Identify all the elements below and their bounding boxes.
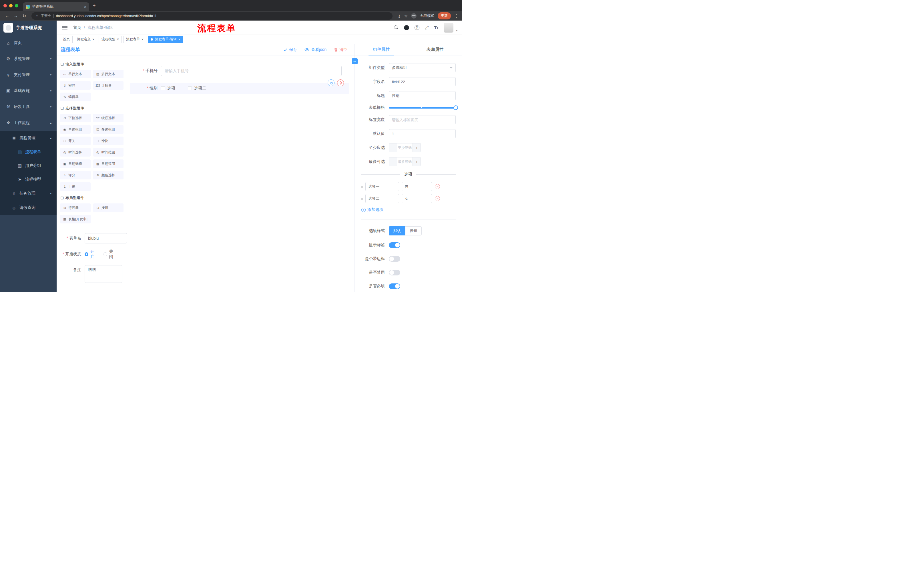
option-2-label-input[interactable] (365, 194, 399, 203)
palette-item-checkbox-group[interactable]: ☑多选框组 (93, 125, 124, 134)
github-icon[interactable] (404, 25, 409, 30)
reload-icon[interactable]: ↻ (21, 14, 28, 18)
fullscreen-icon[interactable]: ⤢ (425, 25, 429, 30)
gender-option-1-checkbox[interactable]: 选项一 (161, 86, 179, 91)
grid-slider[interactable] (389, 105, 456, 110)
form-remark-textarea[interactable]: 嘿嘿 (85, 265, 122, 283)
palette-item-date-picker[interactable]: ▣日期选择 (60, 160, 91, 168)
option-2-value-input[interactable] (402, 194, 432, 203)
sidebar-item-system[interactable]: ⚙ 系统管理 ▾ (0, 51, 57, 67)
maximize-window-button[interactable] (15, 4, 18, 7)
palette-item-table[interactable]: ▦表格[开发中] (60, 215, 91, 224)
security-warning-icon[interactable]: ⚠ (35, 14, 39, 18)
palette-item-time-range[interactable]: ◴时间范围 (93, 148, 124, 156)
phone-input[interactable] (161, 66, 342, 76)
sidebar-item-workflow[interactable]: ❖ 工作流程 ▴ (0, 115, 57, 131)
forward-icon[interactable]: → (12, 14, 20, 18)
max-select-value[interactable]: 最多可选 (397, 158, 412, 166)
field-name-input[interactable] (389, 77, 456, 86)
palette-item-single-text[interactable]: ▭单行文本 (60, 70, 91, 78)
style-default-button[interactable]: 默认 (389, 226, 405, 235)
gender-option-2-checkbox[interactable]: 选项二 (188, 86, 206, 91)
remove-option-button[interactable]: − (435, 184, 440, 189)
address-bar[interactable]: ⚠ 不安全 dashboard.yudao.iocoder.cn/bpm/man… (31, 12, 393, 20)
sidebar-item-process-model[interactable]: ➤ 流程模型 (0, 173, 57, 186)
default-value-input[interactable] (389, 129, 456, 138)
browser-tab[interactable]: 芋道管理系统 × (23, 2, 89, 11)
sidebar-item-home[interactable]: ⌂ 首页 (0, 35, 57, 51)
option-1-label-input[interactable] (365, 182, 399, 191)
canvas-field-phone[interactable]: 手机号 (130, 63, 349, 79)
delete-field-button[interactable] (337, 79, 344, 86)
increment-button[interactable]: + (412, 143, 421, 152)
palette-item-cascader[interactable]: ⌥级联选择 (93, 114, 124, 122)
palette-item-counter[interactable]: 123计数器 (93, 81, 124, 90)
tab-component-props[interactable]: 组件属性 (355, 44, 408, 55)
minimize-window-button[interactable] (9, 4, 13, 7)
copy-field-button[interactable] (328, 79, 335, 86)
canvas-field-gender[interactable]: 性别 选项一 选项二 (130, 83, 349, 94)
label-width-input[interactable] (389, 115, 456, 124)
slider-handle[interactable] (454, 105, 458, 110)
drag-handle-icon[interactable]: ≡ (361, 196, 363, 201)
browser-menu-icon[interactable]: ⋮ (454, 13, 459, 18)
new-tab-button[interactable]: + (92, 3, 96, 8)
palette-item-date-range[interactable]: ▩日期范围 (93, 160, 124, 168)
tag-home[interactable]: 首页 (60, 36, 73, 43)
required-switch[interactable] (389, 283, 400, 289)
close-icon[interactable]: × (92, 38, 94, 41)
palette-item-color-picker[interactable]: ⊛颜色选择 (93, 171, 124, 179)
user-avatar[interactable] (444, 23, 454, 33)
browser-update-button[interactable]: 更新 (438, 12, 451, 20)
palette-item-editor[interactable]: ✎编辑器 (60, 92, 91, 101)
remove-option-button[interactable]: − (435, 196, 440, 201)
sidebar-item-leave-query[interactable]: ☺ 请假查询 (0, 201, 57, 215)
breadcrumb-home[interactable]: 首页 (73, 25, 81, 30)
back-icon[interactable]: ← (3, 14, 11, 18)
palette-item-textarea[interactable]: ▤多行文本 (93, 70, 124, 78)
palette-item-row-container[interactable]: ⊞行容器 (60, 204, 91, 212)
password-key-icon[interactable]: ⚷ (398, 14, 401, 18)
sidebar-item-devtools[interactable]: ⚒ 研发工具 ▾ (0, 99, 57, 115)
sidebar-collapse-icon[interactable] (62, 28, 68, 28)
sidebar-item-task-manage[interactable]: ⋔ 任务管理 ▾ (0, 186, 57, 201)
palette-item-rate[interactable]: ☆评分 (60, 171, 91, 179)
palette-item-time-picker[interactable]: ◷时间选择 (60, 148, 91, 156)
sidebar-item-process-form[interactable]: ▤ 流程表单 (0, 145, 57, 159)
decrement-button[interactable]: − (389, 158, 397, 166)
palette-item-radio-group[interactable]: ◉单选框组 (60, 125, 91, 134)
show-label-switch[interactable] (389, 242, 400, 248)
tag-process-definition[interactable]: 流程定义 × (74, 36, 97, 43)
palette-item-slider[interactable]: ⊸滑块 (93, 137, 124, 145)
title-input[interactable] (389, 91, 456, 100)
component-type-select[interactable]: 多选框组 (389, 63, 456, 72)
palette-item-upload[interactable]: ↥上传 (60, 182, 91, 191)
palette-item-select[interactable]: ⊙下拉选择 (60, 114, 91, 122)
sidebar-item-payment[interactable]: ¥ 支付管理 ▾ (0, 67, 57, 83)
clear-button[interactable]: 清空 (334, 47, 347, 52)
sidebar-logo[interactable]: 芋道管理系统 (0, 21, 57, 35)
tag-process-form[interactable]: 流程表单 × (123, 36, 146, 43)
tab-close-icon[interactable]: × (84, 5, 86, 9)
close-icon[interactable]: × (117, 38, 119, 41)
palette-item-button[interactable]: ⊡按钮 (93, 204, 124, 212)
close-icon[interactable]: × (142, 38, 144, 41)
search-icon[interactable] (394, 25, 399, 30)
tag-process-form-edit[interactable]: 流程表单-编辑 × (148, 36, 183, 43)
border-switch[interactable] (389, 256, 400, 262)
option-1-value-input[interactable] (402, 182, 432, 191)
font-size-icon[interactable]: TT (434, 25, 438, 30)
status-off-radio[interactable]: 关闭 (104, 249, 116, 260)
palette-item-password[interactable]: ⚷密码 (60, 81, 91, 90)
decrement-button[interactable]: − (389, 143, 397, 152)
bookmark-star-icon[interactable]: ☆ (404, 14, 408, 18)
increment-button[interactable]: + (412, 158, 421, 166)
help-icon[interactable]: ? (414, 25, 419, 30)
drag-handle-icon[interactable]: ≡ (361, 184, 363, 189)
sidebar-item-user-group[interactable]: ▥ 用户分组 (0, 159, 57, 173)
close-window-button[interactable] (3, 4, 7, 7)
close-icon[interactable]: × (178, 38, 180, 41)
link-icon[interactable]: ∞ (351, 58, 358, 64)
status-on-radio[interactable]: 开启 (85, 249, 97, 260)
form-name-input[interactable] (85, 233, 127, 243)
